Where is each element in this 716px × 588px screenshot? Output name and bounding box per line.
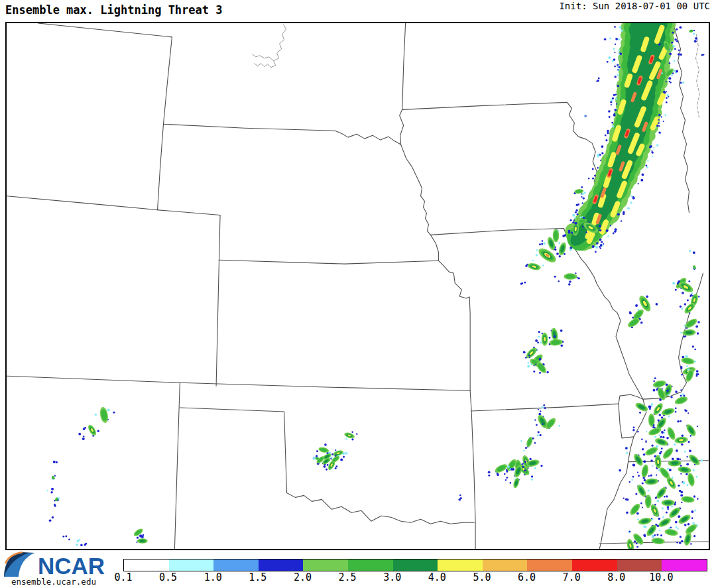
storm-cell bbox=[689, 250, 695, 254]
storm-cell bbox=[680, 494, 698, 503]
storm-cell bbox=[637, 464, 652, 479]
storm-cell bbox=[76, 539, 80, 546]
storm-cell bbox=[628, 531, 630, 534]
storm-cell bbox=[684, 409, 689, 414]
storm-cell bbox=[623, 497, 629, 500]
colorbar-segment bbox=[572, 559, 617, 571]
storm-cell bbox=[83, 424, 99, 437]
storm-cell bbox=[542, 404, 546, 409]
ncar-logo-text: NCAR bbox=[38, 553, 105, 578]
colorbar-tick-label: 1.0 bbox=[204, 571, 222, 583]
storm-cell bbox=[316, 443, 331, 455]
storm-cell bbox=[343, 431, 357, 440]
storm-cell bbox=[691, 509, 696, 513]
storm-cell bbox=[680, 82, 684, 84]
storm-cell bbox=[62, 536, 70, 541]
storm-cell bbox=[655, 516, 672, 529]
storm-cell bbox=[694, 37, 697, 42]
storm-cell bbox=[458, 495, 461, 501]
storm-cell bbox=[568, 283, 571, 286]
storm-cell bbox=[136, 534, 147, 544]
storm-cell bbox=[536, 246, 561, 265]
storm-cell bbox=[584, 115, 586, 117]
storm-cell bbox=[80, 543, 87, 546]
storm-cell bbox=[684, 317, 699, 329]
storm-cell bbox=[497, 473, 499, 476]
storm-cell bbox=[674, 435, 689, 446]
storm-cell bbox=[520, 282, 526, 285]
storm-cell bbox=[674, 394, 688, 406]
colorbar-segment bbox=[348, 559, 393, 571]
colorbar-tick-label: 0.5 bbox=[159, 571, 177, 583]
storm-cell bbox=[679, 490, 683, 494]
colorbar-segment bbox=[438, 559, 483, 571]
storm-cell bbox=[689, 29, 695, 34]
storm-cell bbox=[51, 475, 56, 480]
map-canvas bbox=[7, 23, 709, 549]
storm-cell bbox=[659, 446, 678, 460]
storm-cell bbox=[535, 332, 548, 345]
colorbar-segment bbox=[303, 559, 348, 571]
storm-cell bbox=[649, 503, 664, 518]
storm-cell bbox=[650, 455, 662, 469]
storm-cell bbox=[95, 406, 115, 424]
colorbar-segment bbox=[483, 559, 528, 571]
storm-cell bbox=[664, 526, 679, 537]
storm-cell bbox=[625, 447, 628, 454]
storm-cell bbox=[651, 534, 665, 545]
storm-cell bbox=[632, 532, 646, 546]
colorbar-segment bbox=[213, 559, 259, 571]
storm-cell bbox=[661, 407, 677, 418]
storm-cell bbox=[668, 457, 681, 466]
colorbar-tick-label: 0.1 bbox=[114, 571, 132, 583]
storm-cell bbox=[661, 499, 676, 508]
colorbar-segment bbox=[259, 559, 304, 571]
colorbar-tick-labels: 0.10.51.01.52.02.53.04.05.06.07.08.010.0 bbox=[123, 571, 706, 583]
storm-cell bbox=[678, 465, 695, 475]
storm-cell bbox=[554, 276, 560, 282]
storm-cell bbox=[520, 436, 536, 448]
colorbar-segment bbox=[169, 559, 214, 571]
storm-cell bbox=[686, 453, 703, 467]
storm-cell bbox=[488, 471, 491, 476]
storm-cell bbox=[692, 345, 696, 350]
storm-cell bbox=[607, 56, 611, 63]
storm-cell bbox=[54, 504, 56, 507]
storm-cell bbox=[531, 475, 533, 481]
storm-cell bbox=[539, 240, 543, 245]
storm-cell bbox=[701, 54, 704, 56]
storm-cell bbox=[619, 469, 621, 472]
colorbar-tick-label: 6.0 bbox=[518, 571, 536, 583]
threat-colorbar bbox=[123, 559, 707, 571]
storm-cell bbox=[525, 260, 544, 271]
storm-cell bbox=[538, 409, 542, 416]
colorbar-tick-label: 3.0 bbox=[383, 571, 401, 583]
storm-cell bbox=[677, 420, 682, 423]
storm-cell bbox=[675, 513, 693, 526]
storm-cell bbox=[682, 473, 697, 487]
colorbar-segment bbox=[617, 559, 662, 571]
storm-cell bbox=[537, 431, 542, 436]
storm-cell bbox=[596, 78, 599, 82]
page-title: Ensemble max. Lightning Threat 3 bbox=[5, 3, 223, 17]
storm-cell bbox=[684, 449, 691, 452]
colorbar-tick-label: 10.0 bbox=[649, 571, 673, 583]
storm-cell bbox=[685, 423, 698, 438]
colorbar-segment bbox=[662, 559, 707, 571]
storm-cell bbox=[634, 401, 652, 414]
colorbar-tick-label: 2.5 bbox=[339, 571, 357, 583]
storm-cell bbox=[78, 433, 84, 440]
storm-cells bbox=[47, 29, 705, 549]
storm-cell bbox=[538, 331, 540, 337]
colorbar-segment bbox=[527, 559, 572, 571]
colorbar-segment bbox=[393, 559, 438, 571]
colorbar-tick-label: 8.0 bbox=[607, 571, 625, 583]
forecast-map bbox=[5, 22, 710, 550]
storm-cell bbox=[505, 477, 508, 481]
storm-cell bbox=[523, 447, 527, 451]
colorbar-tick-label: 7.0 bbox=[563, 571, 581, 583]
forecast-product-page: Ensemble max. Lightning Threat 3 Init: S… bbox=[0, 0, 716, 588]
storm-cell bbox=[642, 477, 659, 485]
storm-cell bbox=[680, 301, 697, 315]
storm-cell bbox=[692, 265, 696, 270]
